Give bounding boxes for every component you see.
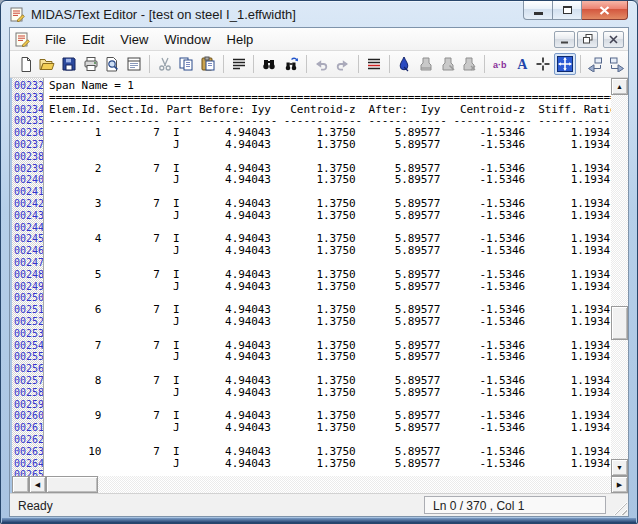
paste-icon bbox=[200, 56, 216, 72]
pan-button[interactable] bbox=[554, 53, 576, 75]
find-button[interactable] bbox=[258, 53, 280, 75]
line-number: 00258 bbox=[12, 387, 43, 399]
toolbar-separator bbox=[149, 55, 150, 73]
line-number: 00237 bbox=[12, 139, 43, 151]
scroll-down-button[interactable]: ▼ bbox=[611, 459, 628, 476]
select-all-button[interactable] bbox=[228, 53, 250, 75]
stamp-3-icon bbox=[461, 56, 477, 72]
line-number: 00235 bbox=[12, 115, 43, 127]
prev-view-button[interactable] bbox=[585, 53, 607, 75]
window-frame-bottom bbox=[2, 518, 636, 523]
minimize-button[interactable] bbox=[523, 1, 553, 20]
line-number: 00232 bbox=[12, 80, 43, 92]
line-number: 00265 bbox=[12, 469, 43, 476]
font-icon: A bbox=[514, 56, 530, 72]
toolbar-separator bbox=[580, 55, 581, 73]
titlebar[interactable]: MIDAS/Text Editor - [test on steel I_1.e… bbox=[1, 1, 637, 27]
line-number: 00264 bbox=[12, 458, 43, 470]
client-area: FileEditViewWindowHelp a·bA 002320023300 bbox=[9, 27, 629, 517]
stamp-1-button[interactable] bbox=[415, 53, 437, 75]
ink-tool-button[interactable] bbox=[393, 53, 415, 75]
menu-view[interactable]: View bbox=[112, 29, 156, 50]
line-number-gutter[interactable]: 0023200233002340023500236002370023800239… bbox=[12, 78, 44, 476]
redo-button[interactable] bbox=[332, 53, 354, 75]
find-next-button[interactable] bbox=[280, 53, 302, 75]
app-icon bbox=[9, 6, 25, 22]
line-number: 00250 bbox=[12, 292, 43, 304]
menu-help[interactable]: Help bbox=[219, 29, 262, 50]
stamp-3-button[interactable] bbox=[458, 53, 480, 75]
toolbar-separator bbox=[484, 55, 485, 73]
goto-line-button[interactable] bbox=[363, 53, 385, 75]
line-number: 00243 bbox=[12, 210, 43, 222]
print-preview-button[interactable] bbox=[102, 53, 124, 75]
redo-icon bbox=[335, 56, 351, 72]
mdi-restore-icon bbox=[583, 34, 593, 44]
editor: 0023200233002340023500236002370023800239… bbox=[10, 78, 628, 493]
scroll-up-button[interactable]: ▲ bbox=[611, 78, 628, 95]
line-number: 00233 bbox=[12, 92, 43, 104]
close-button[interactable] bbox=[582, 1, 628, 20]
line-number: 00262 bbox=[12, 434, 43, 446]
cut-button[interactable] bbox=[154, 53, 176, 75]
font-button[interactable]: A bbox=[511, 53, 533, 75]
print-button[interactable] bbox=[80, 53, 102, 75]
paste-button[interactable] bbox=[197, 53, 219, 75]
line-number: 00245 bbox=[12, 233, 43, 245]
next-view-button[interactable] bbox=[606, 53, 628, 75]
print-preview-icon bbox=[104, 56, 120, 72]
line-number: 00234 bbox=[12, 104, 43, 116]
goto-line-icon bbox=[366, 56, 382, 72]
mdi-minimize-icon bbox=[560, 35, 569, 44]
find-next-icon bbox=[283, 56, 299, 72]
maximize-button[interactable] bbox=[553, 1, 582, 20]
line-number: 00263 bbox=[12, 446, 43, 458]
char-spacing-button[interactable]: a·b bbox=[489, 53, 511, 75]
toolbar-separator bbox=[389, 55, 390, 73]
save-file-button[interactable] bbox=[58, 53, 80, 75]
crosshair-button[interactable] bbox=[532, 53, 554, 75]
stamp-2-button[interactable] bbox=[437, 53, 459, 75]
crosshair-icon bbox=[535, 56, 551, 72]
line-number: 00261 bbox=[12, 422, 43, 434]
vertical-scroll-thumb[interactable] bbox=[611, 306, 628, 340]
new-file-button[interactable] bbox=[15, 53, 37, 75]
toolbar-separator bbox=[358, 55, 359, 73]
mdi-restore-button[interactable] bbox=[577, 31, 598, 48]
scrollbar-splitter-box[interactable] bbox=[12, 476, 29, 493]
mdi-minimize-button[interactable] bbox=[554, 31, 575, 48]
mdi-close-button[interactable] bbox=[603, 31, 624, 48]
menu-window[interactable]: Window bbox=[156, 29, 218, 50]
horizontal-scrollbar[interactable]: ◀ ▶ bbox=[12, 476, 628, 493]
horizontal-scroll-thumb[interactable] bbox=[46, 476, 98, 493]
line-number: 00242 bbox=[12, 198, 43, 210]
vertical-scrollbar[interactable]: ▲ ▼ bbox=[611, 78, 628, 476]
mdi-close-icon bbox=[609, 35, 618, 44]
stamp-2-icon bbox=[440, 56, 456, 72]
resize-grip[interactable] bbox=[613, 501, 627, 515]
line-number: 00244 bbox=[12, 222, 43, 234]
copy-button[interactable] bbox=[176, 53, 198, 75]
scroll-left-button[interactable]: ◀ bbox=[29, 476, 46, 493]
open-file-button[interactable] bbox=[37, 53, 59, 75]
line-number: 00251 bbox=[12, 304, 43, 316]
line-number: 00236 bbox=[12, 127, 43, 139]
undo-icon bbox=[313, 56, 329, 72]
toolbar-separator bbox=[253, 55, 254, 73]
horizontal-scroll-track[interactable] bbox=[98, 476, 611, 493]
line-number: 00239 bbox=[12, 163, 43, 175]
toolbar-separator bbox=[306, 55, 307, 73]
line-number: 00246 bbox=[12, 245, 43, 257]
ink-tool-icon bbox=[396, 56, 412, 72]
menu-edit[interactable]: Edit bbox=[74, 29, 112, 50]
cursor-position-panel: Ln 0 / 370 , Col 1 bbox=[424, 496, 606, 514]
char-spacing-icon: a·b bbox=[492, 56, 508, 72]
document-icon bbox=[14, 31, 30, 47]
menu-file[interactable]: File bbox=[37, 29, 74, 50]
undo-button[interactable] bbox=[311, 53, 333, 75]
line-number: 00255 bbox=[12, 351, 43, 363]
text-content[interactable]: Span Name = 1 ==========================… bbox=[47, 78, 611, 476]
page-layout-button[interactable] bbox=[123, 53, 145, 75]
scroll-right-button[interactable]: ▶ bbox=[611, 476, 628, 493]
line-number: 00256 bbox=[12, 363, 43, 375]
